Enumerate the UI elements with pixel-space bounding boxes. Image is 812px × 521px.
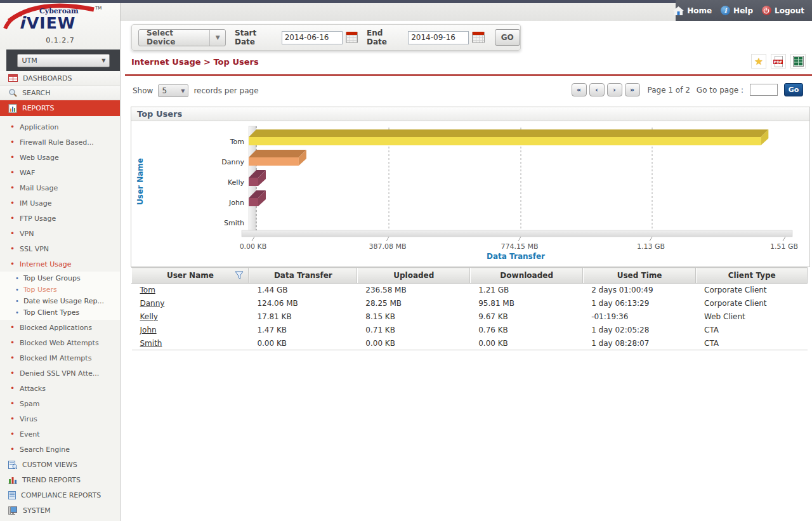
menu-item-mail-usage[interactable]: •Mail Usage <box>0 180 120 195</box>
export-excel-button[interactable] <box>790 54 806 69</box>
chevron-down-icon: ▼ <box>181 88 185 94</box>
trend-chart-icon <box>8 476 17 484</box>
bullet-icon: • <box>10 385 15 392</box>
category-label: John <box>228 199 244 207</box>
menu-item-im-usage[interactable]: •IM Usage <box>0 195 120 211</box>
tick-mark <box>650 237 652 241</box>
next-page-button[interactable]: › <box>607 83 622 96</box>
menu-item-search-engine[interactable]: •Search Engine <box>0 442 120 457</box>
y-axis-title: User Name <box>136 158 145 205</box>
last-page-button[interactable]: » <box>625 83 640 96</box>
table-header-row: User Name Data Transfer Uploaded Downloa… <box>132 268 808 284</box>
user-link[interactable]: Danny <box>140 299 165 308</box>
table-row: Smith 0.00 KB 0.00 KB 0.00 KB 1 day 08:2… <box>132 337 808 350</box>
menu-item-internet-usage[interactable]: •Internet Usage <box>0 256 120 272</box>
select-device-dropdown[interactable]: Select Device ▼ <box>138 29 226 46</box>
user-link[interactable]: Tom <box>140 286 155 294</box>
menu-item-attacks[interactable]: •Attacks <box>0 381 120 396</box>
category-label: Tom <box>230 138 244 146</box>
chart-bar-john[interactable] <box>249 198 258 206</box>
main-content: Select Device ▼ Start Date End Date GO I… <box>125 21 812 521</box>
cell-used-time: 1 day 08:28:07 <box>583 337 696 350</box>
bullet-icon: • <box>10 200 15 206</box>
home-button[interactable]: Home <box>673 6 712 15</box>
menu-item-event[interactable]: •Event <box>0 426 120 442</box>
sidebar-item-trend-reports[interactable]: TREND REPORTS <box>0 472 120 487</box>
column-header-uploaded[interactable]: Uploaded <box>357 268 470 284</box>
cell-downloaded: 1.21 GB <box>470 284 583 297</box>
column-header-downloaded[interactable]: Downloaded <box>470 268 583 284</box>
x-tick-label: 1.51 GB <box>770 242 798 251</box>
submenu-item-top-user-groups[interactable]: •Top User Groups <box>0 272 120 284</box>
custom-views-icon <box>8 461 17 469</box>
menu-item-firewall-rule-based[interactable]: •Firewall Rule Based... <box>0 135 120 150</box>
menu-item-application[interactable]: •Application <box>0 119 120 135</box>
calendar-icon[interactable] <box>346 32 358 43</box>
menu-item-ssl-vpn[interactable]: •SSL VPN <box>0 241 120 256</box>
reports-menu: •Application •Firewall Rule Based... •We… <box>0 116 120 457</box>
sidebar-item-dashboards[interactable]: DASHBOARDS <box>0 71 120 86</box>
sidebar-item-label: DASHBOARDS <box>23 74 72 82</box>
menu-item-blocked-im-attempts[interactable]: •Blocked IM Attempts <box>0 350 120 366</box>
filter-icon[interactable] <box>235 271 244 280</box>
column-header-used-time[interactable]: Used Time <box>583 268 696 284</box>
dashboard-icon <box>8 74 18 82</box>
bullet-icon: • <box>15 310 19 315</box>
per-page-select[interactable]: 5 ▼ <box>158 84 188 97</box>
home-label: Home <box>687 6 712 15</box>
menu-item-spam[interactable]: •Spam <box>0 396 120 411</box>
menu-item-virus[interactable]: •Virus <box>0 411 120 426</box>
menu-item-web-usage[interactable]: •Web Usage <box>0 150 120 165</box>
bullet-icon: • <box>10 431 15 437</box>
calendar-icon[interactable] <box>472 32 484 43</box>
sidebar: Cyberoam TM i VIEW 0.1.2.7 UTM ▼ DASHBOA… <box>0 3 121 521</box>
sidebar-item-custom-views[interactable]: CUSTOM VIEWS <box>0 457 120 472</box>
menu-item-vpn[interactable]: •VPN <box>0 226 120 241</box>
submenu-item-top-client-types[interactable]: •Top Client Types <box>0 307 120 318</box>
go-button[interactable]: GO <box>495 29 521 46</box>
submenu-item-date-wise-usage[interactable]: •Date wise Usage Rep... <box>0 295 120 307</box>
excel-icon <box>793 56 804 67</box>
page-info: Page 1 of 2 <box>648 86 690 95</box>
page-actions: ★ PDF <box>751 54 806 69</box>
sidebar-item-compliance-reports[interactable]: COMPLIANCE REPORTS <box>0 487 120 503</box>
sidebar-item-search[interactable]: SEARCH <box>0 86 120 100</box>
menu-item-blocked-web-attempts[interactable]: •Blocked Web Attempts <box>0 335 120 350</box>
submenu-item-top-users[interactable]: •Top Users <box>0 284 120 295</box>
user-link[interactable]: Smith <box>140 339 162 348</box>
records-label: records per page <box>193 86 258 95</box>
help-button[interactable]: i Help <box>721 6 753 15</box>
device-select[interactable]: UTM ▼ <box>17 54 110 67</box>
sidebar-item-reports[interactable]: REPORTS <box>0 100 120 116</box>
first-page-button[interactable]: « <box>572 83 587 96</box>
chart-floor <box>242 230 792 237</box>
column-header-client-type[interactable]: Client Type <box>696 268 808 284</box>
sidebar-item-system[interactable]: SYSTEM <box>0 503 120 518</box>
cell-client-type: Web Client <box>696 310 808 324</box>
cell-uploaded: 0.00 KB <box>357 337 470 350</box>
goto-page-go-button[interactable]: Go <box>784 83 803 96</box>
user-link[interactable]: John <box>140 326 157 334</box>
column-header-data-transfer[interactable]: Data Transfer <box>249 268 357 284</box>
document-icon <box>8 491 16 499</box>
svg-text:PDF: PDF <box>773 59 782 63</box>
end-date-input[interactable] <box>408 31 469 44</box>
export-pdf-button[interactable]: PDF <box>771 54 786 69</box>
menu-item-ftp-usage[interactable]: •FTP Usage <box>0 211 120 226</box>
menu-item-waf[interactable]: •WAF <box>0 165 120 180</box>
prev-page-button[interactable]: ‹ <box>589 83 605 96</box>
favorite-button[interactable]: ★ <box>751 54 766 69</box>
logout-button[interactable]: Logout <box>762 6 804 15</box>
menu-item-blocked-applications[interactable]: •Blocked Applications <box>0 320 120 335</box>
bullet-icon: • <box>10 139 15 145</box>
chart-bar-kelly[interactable] <box>249 178 258 186</box>
cell-downloaded: 9.67 KB <box>470 310 583 324</box>
chart-bar-tom[interactable] <box>249 137 761 145</box>
cell-downloaded: 0.00 KB <box>470 337 583 350</box>
chart-bar-danny[interactable] <box>249 157 299 166</box>
start-date-input[interactable] <box>282 31 343 44</box>
user-link[interactable]: Kelly <box>140 312 158 321</box>
menu-item-denied-ssl-vpn[interactable]: •Denied SSL VPN Atte... <box>0 366 120 381</box>
column-header-user-name[interactable]: User Name <box>132 268 249 284</box>
goto-page-input[interactable] <box>750 84 778 96</box>
